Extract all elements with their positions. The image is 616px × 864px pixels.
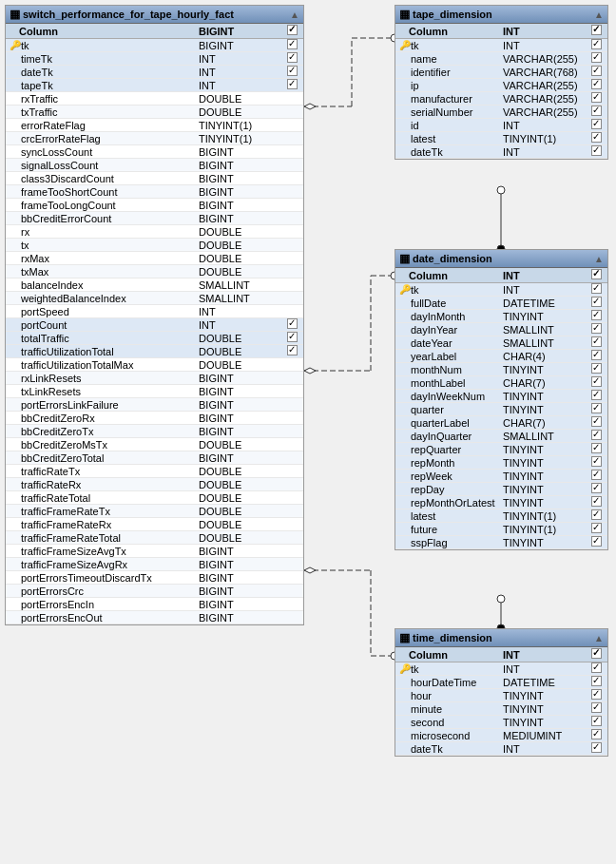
field-checkbox[interactable] — [588, 523, 604, 535]
field-checkbox[interactable] — [588, 336, 604, 349]
field-checkbox[interactable] — [588, 430, 604, 442]
field-checkbox[interactable] — [588, 676, 604, 688]
field-name: minute — [411, 703, 503, 715]
field-name: yearLabel — [411, 351, 503, 362]
table-row: portErrorsTimeoutDiscardTxBIGINT — [6, 571, 303, 585]
field-checkbox[interactable] — [588, 106, 604, 118]
field-checkbox[interactable] — [588, 297, 604, 309]
field-checkbox[interactable] — [588, 132, 604, 144]
field-name: ip — [411, 80, 503, 91]
field-checkbox[interactable] — [588, 742, 604, 755]
table-row: sspFlagTINYINT — [395, 536, 607, 549]
field-checkbox[interactable] — [284, 79, 299, 91]
field-checkbox[interactable] — [588, 443, 604, 455]
fact-table-scroll-up[interactable]: ▲ — [290, 10, 299, 20]
field-checkbox[interactable] — [588, 729, 604, 741]
table-row: signalLossCountBIGINT — [6, 159, 303, 172]
field-name: txMax — [21, 266, 199, 278]
field-checkbox[interactable] — [588, 456, 604, 469]
field-checkbox[interactable] — [588, 92, 604, 105]
tape-table-header[interactable]: ▦ tape_dimension ▲ — [395, 6, 607, 24]
field-type: DOUBLE — [199, 506, 284, 517]
field-type: VARCHAR(255) — [503, 93, 588, 105]
time-col-check-header — [588, 648, 604, 661]
table-row: frameTooShortCountBIGINT — [6, 185, 303, 199]
field-name: frameTooShortCount — [21, 186, 199, 198]
field-type: TINYINT — [503, 484, 588, 495]
field-checkbox[interactable] — [588, 536, 604, 548]
tape-col-type-header: INT — [503, 26, 588, 37]
field-checkbox[interactable] — [588, 662, 604, 675]
field-name: portErrorsLinkFailure — [21, 399, 199, 411]
field-type: DOUBLE — [199, 106, 284, 118]
field-checkbox[interactable] — [284, 39, 299, 51]
field-checkbox[interactable] — [284, 332, 299, 344]
time-table-header[interactable]: ▦ time_dimension ▲ — [395, 629, 607, 647]
table-row: bbCreditErrorCountBIGINT — [6, 212, 303, 225]
field-type: BIGINT — [199, 426, 284, 437]
field-checkbox[interactable] — [588, 323, 604, 336]
table-row: syncLossCountBIGINT — [6, 145, 303, 159]
field-checkbox[interactable] — [588, 310, 604, 322]
table-row: tapeTkINT — [6, 79, 303, 92]
field-type: SMALLINT — [503, 324, 588, 336]
table-row: monthNumTINYINT — [395, 363, 607, 376]
table-row: minuteTINYINT — [395, 702, 607, 716]
field-checkbox[interactable] — [588, 283, 604, 296]
field-name: id — [411, 120, 503, 131]
field-name: dayInWeekNum — [411, 391, 503, 402]
field-type: BIGINT — [199, 546, 284, 557]
field-checkbox[interactable] — [588, 702, 604, 715]
date-table-header[interactable]: ▦ date_dimension ▲ — [395, 250, 607, 268]
field-checkbox[interactable] — [588, 52, 604, 65]
tape-table-scroll-up[interactable]: ▲ — [594, 10, 604, 20]
tape-table-title: tape_dimension — [413, 9, 492, 20]
field-checkbox[interactable] — [588, 145, 604, 158]
field-checkbox[interactable] — [284, 318, 299, 331]
field-checkbox[interactable] — [588, 689, 604, 701]
field-checkbox[interactable] — [588, 470, 604, 482]
field-checkbox[interactable] — [588, 79, 604, 91]
field-checkbox[interactable] — [588, 66, 604, 78]
field-checkbox[interactable] — [588, 376, 604, 389]
table-row: trafficUtilizationTotalMaxDOUBLE — [6, 358, 303, 372]
field-checkbox[interactable] — [588, 716, 604, 728]
table-row: trafficRateTxDOUBLE — [6, 465, 303, 478]
field-checkbox[interactable] — [588, 509, 604, 522]
date-table-scroll-up[interactable]: ▲ — [594, 254, 604, 264]
svg-marker-8 — [304, 368, 316, 374]
field-checkbox[interactable] — [588, 403, 604, 415]
field-name: second — [411, 717, 503, 728]
field-type: DOUBLE — [199, 253, 284, 264]
svg-marker-3 — [304, 104, 316, 109]
field-type: DATETIME — [503, 677, 588, 688]
time-table-scroll-up[interactable]: ▲ — [594, 633, 604, 643]
field-checkbox[interactable] — [588, 496, 604, 509]
table-grid-icon4: ▦ — [399, 631, 410, 644]
field-type: BIGINT — [199, 572, 284, 584]
field-checkbox[interactable] — [588, 39, 604, 51]
field-checkbox[interactable] — [588, 416, 604, 429]
table-row: monthLabelCHAR(7) — [395, 376, 607, 390]
table-grid-icon: ▦ — [10, 8, 20, 21]
field-type: BIGINT — [199, 386, 284, 397]
table-row: 🔑tkINT — [395, 662, 607, 676]
field-checkbox[interactable] — [588, 483, 604, 495]
field-name: hour — [411, 690, 503, 701]
field-name: monthLabel — [411, 377, 503, 389]
table-row: trafficFrameRateRxDOUBLE — [6, 518, 303, 531]
table-row: microsecondMEDIUMINT — [395, 729, 607, 742]
table-row: txLinkResetsBIGINT — [6, 385, 303, 398]
field-type: BIGINT — [199, 373, 284, 384]
table-row: repWeekTINYINT — [395, 470, 607, 483]
field-checkbox[interactable] — [284, 66, 299, 78]
field-type: TINYINT — [503, 391, 588, 402]
field-checkbox[interactable] — [284, 52, 299, 65]
field-checkbox[interactable] — [588, 350, 604, 362]
field-checkbox[interactable] — [284, 345, 299, 357]
field-checkbox[interactable] — [588, 119, 604, 131]
field-name: serialNumber — [411, 106, 503, 118]
field-checkbox[interactable] — [588, 363, 604, 375]
fact-table-header[interactable]: ▦ switch_performance_for_tape_hourly_fac… — [6, 6, 303, 24]
field-checkbox[interactable] — [588, 390, 604, 402]
